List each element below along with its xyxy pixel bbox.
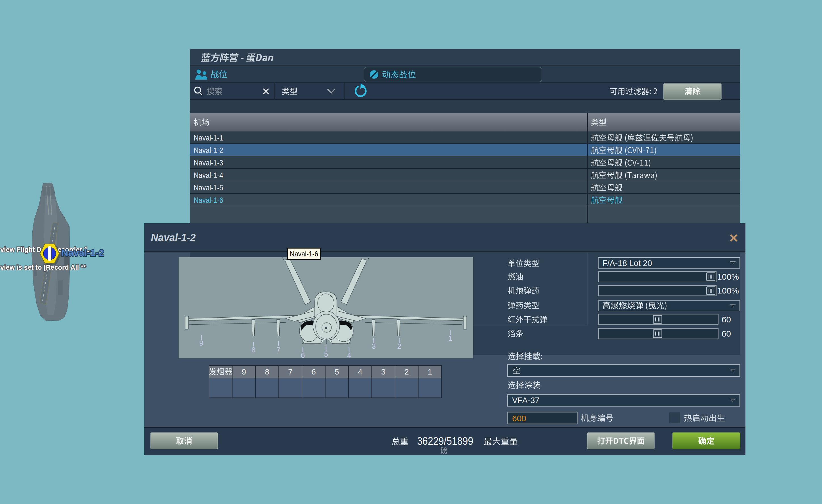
svg-text:4: 4 bbox=[358, 367, 362, 376]
svg-text:Naval-1-2: Naval-1-2 bbox=[61, 247, 104, 258]
svg-text:Naval-1-2: Naval-1-2 bbox=[194, 146, 223, 155]
svg-text:6: 6 bbox=[311, 367, 316, 376]
svg-text:9: 9 bbox=[242, 367, 246, 376]
svg-text:60: 60 bbox=[722, 329, 731, 338]
svg-text:5: 5 bbox=[335, 367, 339, 376]
svg-text:60: 60 bbox=[722, 315, 731, 324]
svg-text:Naval-1-2: Naval-1-2 bbox=[151, 232, 195, 244]
svg-text:100%: 100% bbox=[717, 286, 739, 295]
svg-text:Naval-1-6: Naval-1-6 bbox=[290, 250, 318, 258]
svg-text:view is set to [Record All **: view is set to [Record All ** bbox=[0, 264, 86, 271]
svg-text:2: 2 bbox=[404, 367, 409, 376]
svg-text:6: 6 bbox=[301, 351, 305, 360]
svg-text:F/A-18 Lot 20: F/A-18 Lot 20 bbox=[602, 259, 652, 268]
svg-text:1: 1 bbox=[428, 367, 432, 376]
svg-text:Naval-1-6: Naval-1-6 bbox=[194, 196, 223, 205]
svg-text:Naval-1-5: Naval-1-5 bbox=[194, 183, 223, 192]
svg-text:100%: 100% bbox=[717, 272, 739, 281]
svg-text:600: 600 bbox=[512, 414, 526, 423]
svg-text:Naval-1-1: Naval-1-1 bbox=[194, 133, 223, 142]
svg-text:7: 7 bbox=[277, 345, 281, 354]
svg-text:Naval-1-3: Naval-1-3 bbox=[194, 158, 223, 167]
svg-text:5: 5 bbox=[324, 350, 328, 358]
svg-text:4: 4 bbox=[347, 351, 351, 360]
svg-text:8: 8 bbox=[252, 346, 256, 354]
svg-text:8: 8 bbox=[265, 367, 269, 376]
svg-text:VFA-37: VFA-37 bbox=[512, 396, 539, 405]
svg-text:2: 2 bbox=[397, 342, 401, 350]
svg-text:7: 7 bbox=[288, 367, 293, 376]
svg-text:Naval-1-4: Naval-1-4 bbox=[194, 171, 223, 180]
svg-text:36229/51899: 36229/51899 bbox=[417, 435, 473, 447]
svg-text:1: 1 bbox=[448, 334, 452, 343]
svg-text:9: 9 bbox=[199, 339, 203, 347]
svg-text:3: 3 bbox=[381, 367, 386, 376]
svg-text:3: 3 bbox=[372, 342, 376, 350]
